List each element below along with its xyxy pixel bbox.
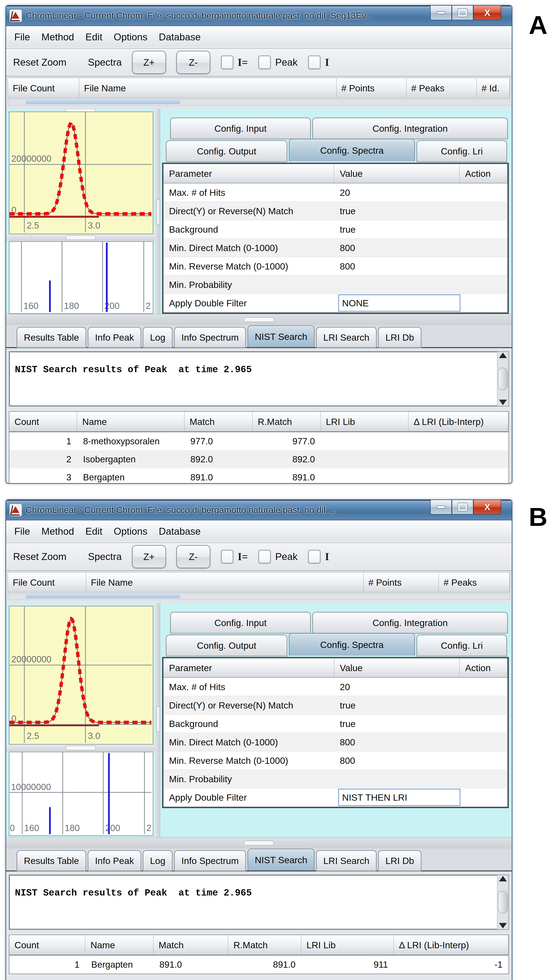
hscroll-thumb[interactable] <box>26 100 180 104</box>
file-table-header[interactable]: File CountFile Name# Points# Peaks# Id. <box>8 78 510 98</box>
plot-splitter[interactable] <box>6 745 155 751</box>
scrollbar-thumb[interactable] <box>498 891 508 913</box>
results-column-header[interactable]: Name <box>85 935 154 955</box>
results-row[interactable]: 18-methoxypsoralen977.0977.0 <box>10 432 508 450</box>
minimize-button[interactable] <box>430 6 452 20</box>
splitter-handle[interactable] <box>156 199 160 225</box>
close-button[interactable]: X <box>473 6 501 20</box>
zoom-in-button[interactable]: Z+ <box>132 545 166 568</box>
results-row[interactable]: 3Bergapten891.0891.0 <box>10 468 508 484</box>
file-column-header[interactable]: File Count <box>8 78 79 98</box>
tab-results-table[interactable]: Results Table <box>17 327 86 347</box>
spectra-button[interactable]: Spectra <box>88 56 122 68</box>
param-row[interactable]: Min. Probability <box>164 770 507 789</box>
splitter-handle[interactable] <box>244 317 274 322</box>
chromatogram-plot[interactable]: 2.53.0200000000 <box>9 111 153 234</box>
zoom-out-button[interactable]: Z- <box>176 545 210 568</box>
tab-lri-search[interactable]: LRI Search <box>316 850 377 871</box>
param-column-header[interactable]: Value <box>334 164 460 183</box>
tab-lri-search[interactable]: LRI Search <box>316 327 377 347</box>
menu-item-method[interactable]: Method <box>42 526 74 537</box>
results-column-header[interactable]: Match <box>154 935 228 955</box>
tab-info-peak[interactable]: Info Peak <box>88 850 141 871</box>
plot-splitter[interactable] <box>6 234 155 241</box>
file-column-header[interactable]: File Name <box>79 78 337 98</box>
results-column-header[interactable]: Match <box>184 412 253 431</box>
results-row[interactable]: 2Isobergapten892.0892.0 <box>10 450 508 468</box>
splitter-handle[interactable] <box>66 235 96 240</box>
tab-lri-db[interactable]: LRI Db <box>378 327 421 347</box>
tab-log[interactable]: Log <box>143 327 173 347</box>
spectra-button[interactable]: Spectra <box>88 551 122 562</box>
reset-zoom-button[interactable]: Reset Zoom <box>13 551 66 562</box>
checkbox-peak[interactable] <box>258 550 271 563</box>
param-row[interactable]: Max. # of Hits20 <box>164 678 507 696</box>
tab-lri-db[interactable]: LRI Db <box>378 850 421 871</box>
param-column-header[interactable]: Action <box>460 658 507 677</box>
checkbox-ie[interactable] <box>221 550 233 563</box>
title-bar[interactable]: ChromLinear - Current Chrom. File: succo… <box>6 6 512 26</box>
checkbox-ie[interactable] <box>221 55 233 69</box>
tab-nist-search[interactable]: NIST Search <box>247 849 314 871</box>
menu-item-database[interactable]: Database <box>159 526 201 537</box>
results-column-header[interactable]: R.Match <box>228 935 302 955</box>
tab-info-peak[interactable]: Info Peak <box>88 327 141 347</box>
param-row[interactable]: Backgroundtrue <box>164 714 507 733</box>
maximize-button[interactable] <box>452 500 473 515</box>
reset-zoom-button[interactable]: Reset Zoom <box>13 56 66 68</box>
results-column-header[interactable]: LRI Lib <box>302 935 394 955</box>
hscroll-thumb[interactable] <box>26 594 180 599</box>
tab-config-output[interactable]: Config. Output <box>166 140 287 161</box>
minimize-button[interactable] <box>430 500 452 515</box>
menu-item-edit[interactable]: Edit <box>85 31 102 43</box>
close-button[interactable]: X <box>473 500 501 515</box>
scroll-down-icon[interactable] <box>499 400 507 405</box>
splitter-handle[interactable] <box>156 706 160 732</box>
tab-results-table[interactable]: Results Table <box>17 850 86 871</box>
param-row[interactable]: Min. Direct Match (0-1000)800 <box>164 239 507 257</box>
results-column-header[interactable]: Count <box>10 935 85 955</box>
results-column-header[interactable]: Name <box>77 412 184 431</box>
param-row[interactable]: Min. Probability <box>164 275 507 294</box>
param-row[interactable]: Min. Direct Match (0-1000)800 <box>164 733 507 751</box>
checkbox-i[interactable] <box>308 55 321 69</box>
results-row[interactable]: 1Bergapten891.0891.0911-1 <box>10 956 508 974</box>
menu-item-method[interactable]: Method <box>42 31 74 43</box>
file-table-header[interactable]: File CountFile Name# Points# Peaks <box>8 572 510 592</box>
menu-item-file[interactable]: File <box>14 31 30 43</box>
param-column-header[interactable]: Action <box>460 164 507 183</box>
splitter-handle[interactable] <box>244 841 274 845</box>
file-column-header[interactable]: # Points <box>337 78 407 98</box>
tab-config-output[interactable]: Config. Output <box>166 635 287 656</box>
tab-config-integration[interactable]: Config. Integration <box>312 117 508 138</box>
checkbox-peak[interactable] <box>258 55 271 69</box>
scroll-down-icon[interactable] <box>499 923 507 929</box>
tab-info-spectrum[interactable]: Info Spectrum <box>174 850 246 871</box>
param-row[interactable]: Min. Reverse Match (0-1000)800 <box>164 751 507 770</box>
mass-spectrum-plot[interactable]: 1601802002 <box>9 241 153 314</box>
param-column-header[interactable]: Parameter <box>164 658 334 677</box>
chromatogram-plot[interactable]: 2.53.0200000000 <box>9 606 153 745</box>
vertical-scrollbar[interactable] <box>497 875 508 929</box>
file-column-header[interactable]: # Points <box>364 573 439 592</box>
results-column-header[interactable]: Count <box>10 412 77 431</box>
mass-spectrum-plot[interactable]: 1601802002100000000 <box>9 751 153 836</box>
file-column-header[interactable]: File Count <box>8 573 86 592</box>
vertical-scrollbar[interactable] <box>497 352 508 406</box>
apply-double-filter-input[interactable]: NONE <box>338 294 460 312</box>
tab-config-lri[interactable]: Config. Lri <box>417 140 507 161</box>
tab-config-spectra[interactable]: Config. Spectra <box>289 139 415 161</box>
results-column-header[interactable]: R.Match <box>253 412 321 431</box>
param-row[interactable]: Apply Double FilterNIST THEN LRI <box>164 789 507 807</box>
tab-config-spectra[interactable]: Config. Spectra <box>289 633 415 656</box>
file-column-header[interactable]: # Id. <box>477 78 510 98</box>
results-column-header[interactable]: LRI Lib <box>321 412 409 431</box>
param-row[interactable]: Apply Double FilterNONE <box>164 294 507 312</box>
maximize-button[interactable] <box>452 6 473 20</box>
tab-config-input[interactable]: Config. Input <box>170 117 311 138</box>
scroll-up-icon[interactable] <box>499 876 507 882</box>
menu-item-file[interactable]: File <box>14 526 30 537</box>
file-table-hscrollbar[interactable] <box>8 593 510 600</box>
tab-log[interactable]: Log <box>143 850 173 871</box>
menu-item-options[interactable]: Options <box>114 31 148 43</box>
